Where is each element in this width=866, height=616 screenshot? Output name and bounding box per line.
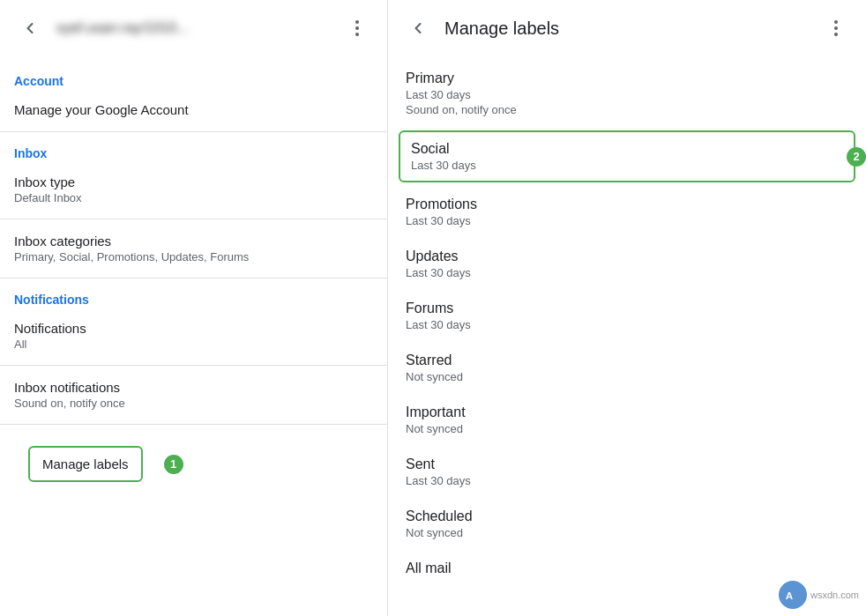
label-updates-subtitle: Last 30 days — [406, 266, 848, 279]
manage-labels-button[interactable]: Manage labels — [28, 446, 143, 482]
inbox-notifications-item[interactable]: Inbox notifications Sound on, notify onc… — [0, 369, 387, 420]
manage-google-account-title: Manage your Google Account — [14, 102, 373, 117]
inbox-categories-subtitle: Primary, Social, Promotions, Updates, Fo… — [14, 250, 373, 263]
manage-labels-label: Manage labels — [42, 456, 129, 471]
svg-text:A: A — [786, 590, 794, 601]
divider-5 — [0, 424, 387, 425]
label-forums[interactable]: Forums Last 30 days — [388, 290, 866, 342]
left-panel: syef.usarr.ray/1010... Account Manage yo… — [0, 0, 388, 616]
inbox-type-subtitle: Default Inbox — [14, 191, 373, 204]
label-allmail-title: All mail — [406, 560, 848, 576]
label-primary-title: Primary — [406, 71, 848, 86]
more-vert-icon — [355, 20, 359, 36]
notifications-section-header: Notifications — [0, 282, 387, 310]
inbox-categories-title: Inbox categories — [14, 234, 373, 249]
label-social-subtitle: Last 30 days — [411, 159, 843, 172]
back-button-right[interactable] — [402, 12, 434, 44]
label-social[interactable]: Social Last 30 days 2 — [399, 130, 855, 182]
right-content: Primary Last 30 days Sound on, notify on… — [388, 56, 866, 590]
account-email: syef.usarr.ray/1010... — [56, 20, 331, 36]
label-social-title: Social — [411, 141, 843, 157]
inbox-section-header: Inbox — [0, 136, 387, 164]
inbox-notifications-subtitle: Sound on, notify once — [14, 397, 373, 410]
right-panel-title: Manage labels — [444, 19, 810, 39]
label-important-subtitle: Not synced — [406, 422, 848, 435]
label-promotions[interactable]: Promotions Last 30 days — [388, 186, 866, 238]
badge-2: 2 — [847, 147, 866, 167]
notifications-subtitle: All — [14, 338, 373, 351]
label-updates[interactable]: Updates Last 30 days — [388, 238, 866, 290]
label-sent-subtitle: Last 30 days — [406, 474, 848, 487]
label-forums-title: Forums — [406, 301, 848, 316]
label-important-title: Important — [406, 404, 848, 420]
label-sent-title: Sent — [406, 456, 848, 472]
left-header: syef.usarr.ray/1010... — [0, 0, 387, 56]
notifications-item[interactable]: Notifications All — [0, 310, 387, 361]
label-updates-title: Updates — [406, 249, 848, 264]
notifications-title: Notifications — [14, 321, 373, 336]
label-scheduled[interactable]: Scheduled Not synced — [388, 498, 866, 550]
inbox-type-title: Inbox type — [14, 174, 373, 189]
right-panel: Manage labels Primary Last 30 days Sound… — [388, 0, 866, 616]
label-starred-subtitle: Not synced — [406, 370, 848, 383]
inbox-notifications-title: Inbox notifications — [14, 380, 373, 395]
label-forums-subtitle: Last 30 days — [406, 318, 848, 331]
right-header: Manage labels — [388, 0, 866, 56]
label-sent[interactable]: Sent Last 30 days — [388, 446, 866, 498]
more-options-button-left[interactable] — [341, 12, 373, 44]
label-starred[interactable]: Starred Not synced — [388, 342, 866, 394]
inbox-type-item[interactable]: Inbox type Default Inbox — [0, 164, 387, 215]
label-primary[interactable]: Primary Last 30 days Sound on, notify on… — [388, 60, 866, 127]
inbox-categories-item[interactable]: Inbox categories Primary, Social, Promot… — [0, 223, 387, 274]
label-promotions-title: Promotions — [406, 197, 848, 212]
label-scheduled-subtitle: Not synced — [406, 526, 848, 539]
label-primary-subtitle1: Last 30 days — [406, 88, 848, 101]
label-promotions-subtitle: Last 30 days — [406, 214, 848, 227]
label-scheduled-title: Scheduled — [406, 508, 848, 524]
watermark: A wsxdn.com — [779, 581, 859, 609]
divider-4 — [0, 365, 387, 366]
back-button-left[interactable] — [14, 12, 46, 44]
badge-1: 1 — [164, 455, 183, 474]
label-primary-subtitle2: Sound on, notify once — [406, 103, 848, 116]
account-section-header: Account — [0, 63, 387, 92]
divider-3 — [0, 278, 387, 278]
manage-google-account-item[interactable]: Manage your Google Account — [0, 92, 387, 128]
label-starred-title: Starred — [406, 353, 848, 368]
more-options-button-right[interactable] — [820, 12, 852, 44]
more-vert-icon-right — [834, 20, 838, 36]
label-important[interactable]: Important Not synced — [388, 394, 866, 446]
left-content: Account Manage your Google Account Inbox… — [0, 56, 387, 507]
divider-1 — [0, 131, 387, 132]
divider-2 — [0, 219, 387, 219]
